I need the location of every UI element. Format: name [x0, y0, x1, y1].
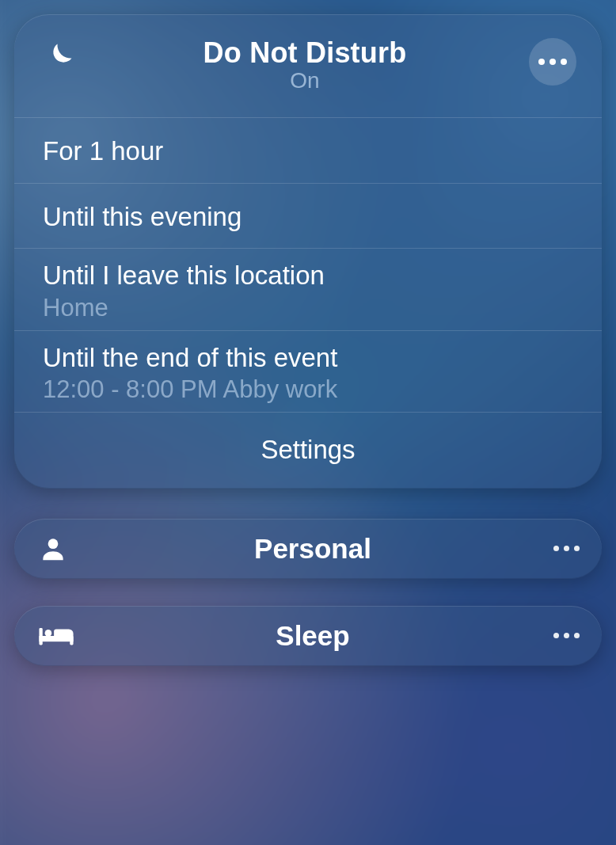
- more-icon: [553, 546, 580, 551]
- dnd-more-button[interactable]: [529, 38, 576, 86]
- focus-personal[interactable]: Personal: [14, 519, 602, 579]
- option-sublabel: Home: [43, 293, 573, 324]
- dnd-status: On: [81, 68, 529, 93]
- bed-icon: [38, 622, 86, 649]
- dnd-option-evening[interactable]: Until this evening: [14, 183, 602, 249]
- focus-mode-list: Personal Sleep: [14, 519, 602, 666]
- focus-label: Sleep: [86, 620, 540, 652]
- svg-rect-3: [70, 636, 73, 645]
- svg-point-4: [45, 630, 52, 637]
- focus-sleep-more[interactable]: [540, 633, 580, 638]
- svg-point-0: [48, 539, 59, 549]
- person-icon: [38, 534, 86, 564]
- dnd-option-event[interactable]: Until the end of this event 12:00 - 8:00…: [14, 330, 602, 412]
- dnd-settings-button[interactable]: Settings: [14, 412, 602, 489]
- more-icon: [553, 633, 580, 638]
- dnd-options-list: For 1 hour Until this evening Until I le…: [14, 117, 602, 489]
- focus-personal-more[interactable]: [540, 546, 580, 551]
- more-icon: [538, 59, 567, 65]
- dnd-header: Do Not Disturb On: [14, 14, 602, 103]
- dnd-title: Do Not Disturb: [81, 36, 529, 70]
- settings-label: Settings: [260, 435, 355, 464]
- option-label: Until this evening: [43, 201, 573, 233]
- dnd-card: Do Not Disturb On For 1 hour Until this …: [14, 14, 602, 489]
- focus-label: Personal: [86, 533, 540, 565]
- svg-rect-2: [39, 636, 73, 641]
- dnd-option-location[interactable]: Until I leave this location Home: [14, 248, 602, 329]
- option-label: For 1 hour: [43, 135, 573, 167]
- option-label: Until the end of this event: [43, 342, 573, 374]
- dnd-option-1hour[interactable]: For 1 hour: [14, 117, 602, 183]
- option-sublabel: 12:00 - 8:00 PM Abby work: [43, 375, 573, 405]
- option-label: Until I leave this location: [43, 260, 573, 291]
- focus-sleep[interactable]: Sleep: [14, 606, 602, 666]
